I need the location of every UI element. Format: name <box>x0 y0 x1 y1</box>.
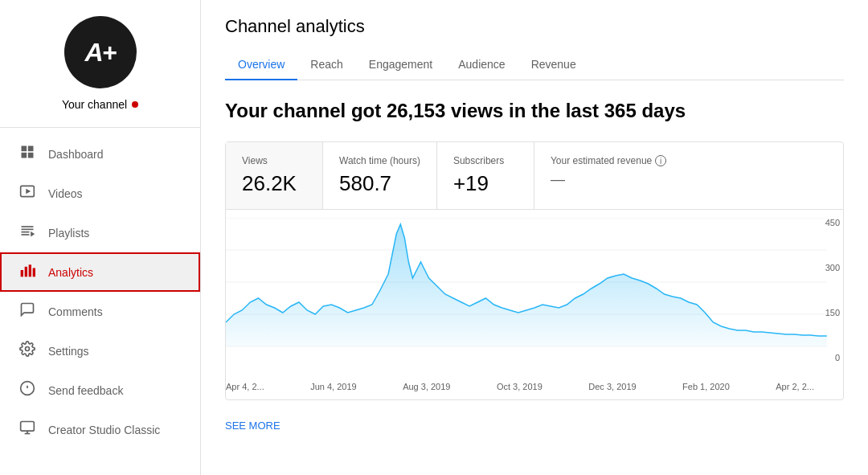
views-label: Views <box>242 155 306 166</box>
svg-rect-13 <box>29 264 31 276</box>
nav-items: Dashboard Videos Playlists Analytics <box>0 134 200 449</box>
metric-subscribers: Subscribers +19 <box>437 142 534 209</box>
watch-time-label: Watch time (hours) <box>339 155 420 166</box>
views-value: 26.2K <box>242 171 306 196</box>
channel-dot <box>132 101 138 108</box>
sidebar-item-analytics[interactable]: Analytics <box>0 252 200 292</box>
sidebar-item-playlists[interactable]: Playlists <box>0 213 200 252</box>
metrics-card: Views 26.2K Watch time (hours) 580.7 Sub… <box>225 141 844 400</box>
y-label-300: 300 <box>825 263 840 272</box>
metric-revenue: Your estimated revenue i — <box>534 142 682 209</box>
watch-time-value: 580.7 <box>339 171 420 196</box>
tabs-row: Overview Reach Engagement Audience Reven… <box>225 50 844 80</box>
comments-icon <box>19 301 35 321</box>
svg-marker-5 <box>26 189 31 195</box>
sidebar: A+ Your channel Dashboard Videos Playlis… <box>0 0 201 475</box>
avatar-initials: A+ <box>85 38 116 68</box>
sidebar-item-videos[interactable]: Videos <box>0 174 200 213</box>
x-label-5: Feb 1, 2020 <box>682 382 730 391</box>
chart-wrapper: 450 300 150 0 <box>226 218 843 379</box>
channel-avatar: A+ <box>64 16 137 88</box>
sidebar-item-label-dashboard: Dashboard <box>48 148 104 161</box>
info-icon[interactable]: i <box>655 155 666 166</box>
x-label-2: Aug 3, 2019 <box>403 382 450 391</box>
svg-rect-14 <box>33 268 35 277</box>
sidebar-item-label-playlists: Playlists <box>48 227 89 240</box>
subscribers-value: +19 <box>453 171 518 196</box>
chart-x-labels: Apr 4, 2... Jun 4, 2019 Aug 3, 2019 Oct … <box>226 382 843 391</box>
svg-rect-19 <box>21 422 35 432</box>
svg-rect-11 <box>21 270 23 276</box>
main-content: Channel analytics Overview Reach Engagem… <box>201 0 868 475</box>
channel-name: Your channel <box>62 98 127 111</box>
dashboard-icon <box>19 144 35 164</box>
tab-audience[interactable]: Audience <box>445 50 518 80</box>
settings-icon <box>19 341 35 361</box>
sidebar-item-send-feedback[interactable]: Send feedback <box>0 371 200 410</box>
tab-reach[interactable]: Reach <box>297 50 355 80</box>
tab-overview[interactable]: Overview <box>225 50 297 80</box>
page-title: Channel analytics <box>225 16 844 37</box>
creator-studio-icon <box>19 420 35 440</box>
playlists-icon <box>19 223 35 243</box>
analytics-icon <box>19 262 35 282</box>
y-label-150: 150 <box>825 308 840 317</box>
summary-heading: Your channel got 26,153 views in the las… <box>225 100 844 122</box>
sidebar-item-label-comments: Comments <box>48 305 103 318</box>
x-label-6: Apr 2, 2... <box>776 382 814 391</box>
sidebar-item-label-creator-studio: Creator Studio Classic <box>48 424 160 436</box>
revenue-label-row: Your estimated revenue i <box>551 155 666 166</box>
y-label-0: 0 <box>835 353 840 362</box>
sidebar-item-dashboard[interactable]: Dashboard <box>0 134 200 174</box>
x-label-3: Oct 3, 2019 <box>497 382 542 391</box>
subscribers-label: Subscribers <box>453 155 518 166</box>
feedback-icon <box>19 380 35 400</box>
sidebar-item-label-analytics: Analytics <box>48 266 93 279</box>
svg-rect-1 <box>28 146 34 152</box>
metric-watch-time: Watch time (hours) 580.7 <box>323 142 436 209</box>
sidebar-item-label-feedback: Send feedback <box>48 384 123 397</box>
revenue-value: — <box>551 171 666 188</box>
metric-views: Views 26.2K <box>226 142 322 209</box>
sidebar-item-creator-studio[interactable]: Creator Studio Classic <box>0 410 200 449</box>
revenue-label: Your estimated revenue <box>551 155 652 166</box>
x-label-4: Dec 3, 2019 <box>588 382 636 391</box>
tab-engagement[interactable]: Engagement <box>356 50 445 80</box>
svg-rect-3 <box>28 153 34 158</box>
sidebar-item-label-videos: Videos <box>48 187 83 200</box>
see-more-button[interactable]: SEE MORE <box>225 420 844 432</box>
y-label-450: 450 <box>825 218 840 227</box>
metrics-row: Views 26.2K Watch time (hours) 580.7 Sub… <box>226 142 843 210</box>
svg-rect-2 <box>22 153 27 158</box>
svg-point-15 <box>26 347 30 351</box>
x-label-0: Apr 4, 2... <box>226 382 264 391</box>
sidebar-item-comments[interactable]: Comments <box>0 292 200 331</box>
chart-y-labels: 450 300 150 0 <box>825 218 843 362</box>
videos-icon <box>19 183 35 203</box>
svg-marker-10 <box>31 231 35 237</box>
sidebar-item-label-settings: Settings <box>48 345 89 358</box>
svg-rect-0 <box>22 146 27 152</box>
chart-container: 450 300 150 0 <box>226 210 843 399</box>
svg-rect-12 <box>25 267 27 277</box>
tab-revenue[interactable]: Revenue <box>518 50 589 80</box>
sidebar-divider <box>0 127 200 128</box>
x-label-1: Jun 4, 2019 <box>310 382 357 391</box>
chart-svg <box>226 218 843 362</box>
sidebar-item-settings[interactable]: Settings <box>0 331 200 371</box>
channel-name-row: Your channel <box>62 98 138 111</box>
